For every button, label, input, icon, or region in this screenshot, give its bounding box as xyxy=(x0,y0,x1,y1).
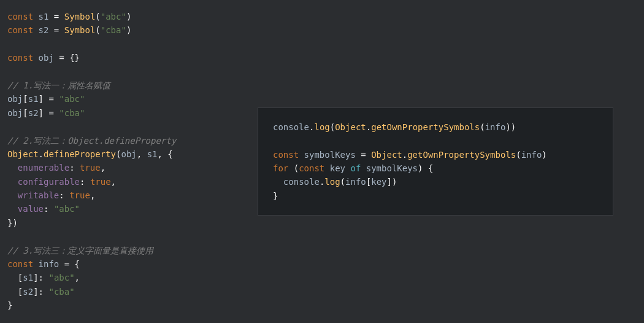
code-line: }) xyxy=(7,216,220,230)
code-token: symbolKeys xyxy=(366,163,418,173)
right-panel: console.log(Object.getOwnPropertySymbols… xyxy=(227,0,644,323)
code-token: obj xyxy=(7,108,23,118)
code-token: Object xyxy=(371,150,402,160)
code-token: . xyxy=(366,122,371,132)
code-token: info xyxy=(345,177,366,187)
code-token: console xyxy=(283,177,320,187)
code-token: : xyxy=(80,177,90,187)
code-token xyxy=(7,177,18,187)
code-token: "cba" xyxy=(101,25,126,35)
code-token: ( xyxy=(330,122,335,132)
code-line: } xyxy=(7,298,220,312)
code-token: s2 xyxy=(28,108,39,118)
code-line: ​ xyxy=(273,134,598,147)
code-token: [ xyxy=(366,177,371,187)
code-line: ​ xyxy=(7,65,220,79)
code-token: getOwnPropertySymbols xyxy=(371,122,480,132)
code-token: : xyxy=(69,163,80,173)
code-line: const info = { xyxy=(7,257,220,271)
code-line: configurable: true, xyxy=(7,175,220,189)
code-token: [ xyxy=(23,94,28,104)
code-token: s2 xyxy=(23,287,33,297)
code-token: const xyxy=(7,25,39,35)
code-line: ​ xyxy=(7,120,220,133)
code-token: for xyxy=(273,163,294,173)
code-token: ( xyxy=(340,177,345,187)
code-line: [s2]: "cba" xyxy=(7,285,220,298)
code-token xyxy=(7,163,18,173)
code-token: log xyxy=(324,177,340,187)
code-token: ]: xyxy=(33,287,48,297)
code-token: ]: xyxy=(33,273,48,282)
code-line: Object.defineProperty(obj, s1, { xyxy=(7,147,220,161)
code-token: s1 xyxy=(28,94,39,104)
code-line: // 3.写法三：定义字面量是直接使用 xyxy=(7,244,220,257)
code-token: "cba" xyxy=(48,287,74,297)
code-token: Object xyxy=(7,149,39,159)
code-token: ] = xyxy=(39,94,59,104)
code-token: s1 xyxy=(39,12,49,21)
code-token: Symbol xyxy=(64,12,96,21)
code-token: , xyxy=(137,149,147,159)
code-token: "cba" xyxy=(59,108,85,118)
code-token: , xyxy=(111,177,116,187)
code-line: ​ xyxy=(7,37,220,51)
code-token: of xyxy=(350,163,366,173)
code-token xyxy=(7,190,18,200)
code-token: "abc" xyxy=(101,12,126,21)
code-token: "abc" xyxy=(48,273,74,282)
code-token: }) xyxy=(7,218,18,228)
code-line: enumerable: true, xyxy=(7,161,220,174)
code-token: } xyxy=(7,300,12,310)
code-token: = { xyxy=(59,259,80,269)
code-token: = xyxy=(48,12,64,21)
code-line: obj[s1] = "abc" xyxy=(7,92,220,106)
code-token: true xyxy=(69,190,90,200)
code-token: ) xyxy=(126,25,131,35)
code-token: obj xyxy=(7,94,23,104)
code-token: configurable xyxy=(18,177,80,187)
code-token: "abc" xyxy=(59,94,85,104)
code-token: ( xyxy=(95,25,100,35)
code-token: , { xyxy=(157,149,172,159)
code-token: const xyxy=(299,163,330,173)
code-token: ) xyxy=(126,12,131,21)
code-token: ]) xyxy=(387,177,397,187)
code-token: true xyxy=(80,163,101,173)
code-token: const xyxy=(7,53,39,63)
code-token: console xyxy=(273,122,309,132)
code-token: const xyxy=(7,259,39,269)
code-token: ( xyxy=(294,163,299,173)
code-token: getOwnPropertySymbols xyxy=(407,150,516,160)
code-token: s2 xyxy=(39,25,49,35)
code-token: ( xyxy=(95,12,100,21)
code-token: info xyxy=(39,259,59,269)
code-token: writable xyxy=(18,190,59,200)
code-token xyxy=(273,177,283,187)
code-token: const xyxy=(7,12,39,21)
code-token: . xyxy=(39,149,44,159)
code-token: // 3.写法三：定义字面量是直接使用 xyxy=(7,246,153,255)
code-token: obj xyxy=(121,149,136,159)
code-line: [s1]: "abc", xyxy=(7,271,220,284)
code-token: : xyxy=(44,204,54,214)
code-line: console.log(Object.getOwnPropertySymbols… xyxy=(273,120,598,134)
code-token: symbolKeys xyxy=(304,150,356,160)
code-token xyxy=(7,204,18,214)
code-token: : xyxy=(59,190,69,200)
code-token: key xyxy=(371,177,386,187)
code-token: Object xyxy=(335,122,366,132)
code-token: = {} xyxy=(54,53,80,63)
code-token: key xyxy=(330,163,351,173)
code-token: // 1.写法一：属性名赋值 xyxy=(7,80,110,90)
code-token: ) { xyxy=(418,163,433,173)
code-token: "abc" xyxy=(54,204,80,214)
left-code-block: const s1 = Symbol("abc")const s2 = Symbo… xyxy=(7,10,220,313)
code-token: [ xyxy=(7,273,23,282)
code-token: value xyxy=(18,204,44,214)
code-token: . xyxy=(402,150,407,160)
code-token: } xyxy=(273,191,278,201)
code-token: Symbol xyxy=(64,25,96,35)
code-line: value: "abc" xyxy=(7,202,220,216)
code-token: [ xyxy=(23,108,28,118)
